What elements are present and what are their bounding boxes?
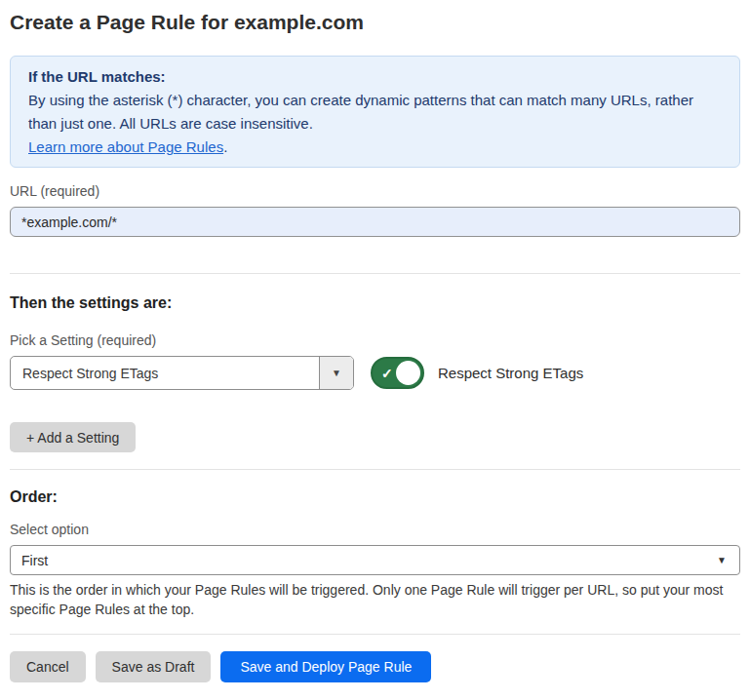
divider — [10, 634, 740, 635]
info-box-heading: If the URL matches: — [28, 65, 722, 89]
setting-select[interactable]: Respect Strong ETags ▼ — [10, 356, 354, 390]
order-select[interactable]: First ▼ — [10, 545, 740, 575]
chevron-down-icon[interactable]: ▼ — [319, 357, 353, 389]
order-select-label: Select option — [10, 522, 740, 538]
add-setting-button[interactable]: + Add a Setting — [10, 422, 136, 452]
create-page-rule-form: Create a Page Rule for example.com If th… — [0, 9, 750, 682]
divider — [10, 273, 740, 274]
order-section-heading: Order: — [10, 487, 740, 506]
pick-setting-label: Pick a Setting (required) — [10, 332, 740, 349]
info-box-link-line: Learn more about Page Rules. — [28, 136, 722, 159]
chevron-down-icon: ▼ — [717, 555, 739, 565]
save-deploy-button[interactable]: Save and Deploy Page Rule — [220, 651, 431, 682]
divider — [10, 469, 740, 470]
learn-more-link[interactable]: Learn more about Page Rules — [28, 138, 223, 155]
link-suffix: . — [223, 138, 227, 155]
order-help-text: This is the order in which your Page Rul… — [10, 580, 740, 619]
footer-actions: Cancel Save as Draft Save and Deploy Pag… — [10, 651, 740, 682]
etags-toggle-label: Respect Strong ETags — [438, 365, 583, 381]
info-box-body: By using the asterisk (*) character, you… — [28, 89, 722, 136]
setting-select-value: Respect Strong ETags — [11, 366, 319, 381]
url-input[interactable] — [10, 207, 740, 237]
check-icon: ✓ — [381, 367, 393, 380]
cancel-button[interactable]: Cancel — [10, 651, 86, 682]
settings-section-heading: Then the settings are: — [10, 293, 740, 312]
etags-toggle[interactable]: ✓ — [371, 357, 424, 389]
order-select-value: First — [11, 553, 717, 568]
setting-row: Respect Strong ETags ▼ ✓ Respect Strong … — [10, 356, 740, 390]
url-match-info-box: If the URL matches: By using the asteris… — [10, 56, 740, 168]
toggle-knob — [396, 361, 420, 385]
save-draft-button[interactable]: Save as Draft — [96, 651, 212, 682]
url-field-label: URL (required) — [10, 183, 740, 200]
page-title: Create a Page Rule for example.com — [10, 9, 740, 35]
